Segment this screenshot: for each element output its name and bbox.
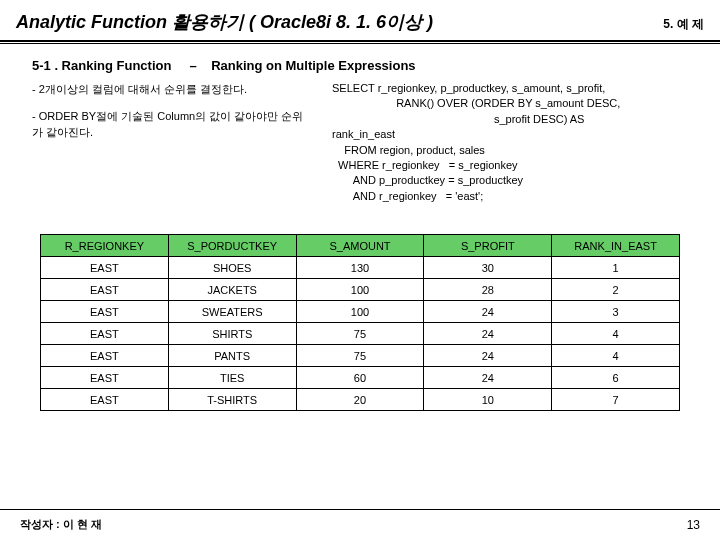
- col-header: S_PROFIT: [424, 235, 552, 257]
- table-cell: 130: [296, 257, 424, 279]
- table-row: EASTSHOES130301: [41, 257, 680, 279]
- col-header: RANK_IN_EAST: [552, 235, 680, 257]
- table-cell: 2: [552, 279, 680, 301]
- page-number: 13: [687, 518, 700, 532]
- table-cell: SHIRTS: [168, 323, 296, 345]
- table-cell: 24: [424, 323, 552, 345]
- table-cell: TIES: [168, 367, 296, 389]
- table-cell: 24: [424, 301, 552, 323]
- result-table: R_REGIONKEY S_PORDUCTKEY S_AMOUNT S_PROF…: [40, 234, 680, 411]
- subheading-left: 5-1 . Ranking Function: [32, 58, 171, 73]
- table-cell: 100: [296, 279, 424, 301]
- table-cell: 4: [552, 345, 680, 367]
- table-cell: 6: [552, 367, 680, 389]
- table-cell: 100: [296, 301, 424, 323]
- bullet-1: - 2개이상의 컬럼에 대해서 순위를 결정한다.: [32, 81, 312, 98]
- table-cell: EAST: [41, 301, 169, 323]
- table-cell: EAST: [41, 279, 169, 301]
- col-header: S_AMOUNT: [296, 235, 424, 257]
- table-cell: PANTS: [168, 345, 296, 367]
- table-row: EASTTIES60246: [41, 367, 680, 389]
- subheading-right: Ranking on Multiple Expressions: [211, 58, 415, 73]
- table-cell: 24: [424, 345, 552, 367]
- table-cell: JACKETS: [168, 279, 296, 301]
- table-row: EASTJACKETS100282: [41, 279, 680, 301]
- table-cell: 10: [424, 389, 552, 411]
- table-cell: 20: [296, 389, 424, 411]
- table-cell: 30: [424, 257, 552, 279]
- table-cell: SWEATERS: [168, 301, 296, 323]
- table-cell: 3: [552, 301, 680, 323]
- table-cell: EAST: [41, 345, 169, 367]
- footer-divider: [0, 509, 720, 510]
- bullet-2: - ORDER BY절에 기술된 Column의 값이 같아야만 순위가 같아진…: [32, 108, 312, 141]
- description-column: - 2개이상의 컬럼에 대해서 순위를 결정한다. - ORDER BY절에 기…: [32, 81, 312, 204]
- table-cell: EAST: [41, 257, 169, 279]
- table-cell: EAST: [41, 323, 169, 345]
- table-cell: SHOES: [168, 257, 296, 279]
- subheading: 5-1 . Ranking Function – Ranking on Mult…: [0, 54, 720, 81]
- divider-thin: [0, 43, 720, 44]
- table-row: EASTPANTS75244: [41, 345, 680, 367]
- section-label: 5. 예 제: [663, 16, 704, 33]
- page-title: Analytic Function 활용하기 ( Oracle8i 8. 1. …: [16, 10, 433, 34]
- table-row: EASTSWEATERS100243: [41, 301, 680, 323]
- table-cell: 75: [296, 323, 424, 345]
- sql-block: SELECT r_regionkey, p_productkey, s_amou…: [332, 81, 704, 204]
- table-cell: 4: [552, 323, 680, 345]
- table-cell: EAST: [41, 389, 169, 411]
- table-cell: 7: [552, 389, 680, 411]
- table-cell: 28: [424, 279, 552, 301]
- author-label: 작성자 : 이 현 재: [20, 517, 102, 532]
- table-cell: 60: [296, 367, 424, 389]
- table-row: EASTSHIRTS75244: [41, 323, 680, 345]
- table-cell: EAST: [41, 367, 169, 389]
- col-header: S_PORDUCTKEY: [168, 235, 296, 257]
- divider-thick: [0, 40, 720, 42]
- table-cell: 1: [552, 257, 680, 279]
- table-cell: 24: [424, 367, 552, 389]
- table-header-row: R_REGIONKEY S_PORDUCTKEY S_AMOUNT S_PROF…: [41, 235, 680, 257]
- col-header: R_REGIONKEY: [41, 235, 169, 257]
- table-row: EASTT-SHIRTS20107: [41, 389, 680, 411]
- subheading-sep: –: [189, 58, 196, 73]
- table-cell: 75: [296, 345, 424, 367]
- table-cell: T-SHIRTS: [168, 389, 296, 411]
